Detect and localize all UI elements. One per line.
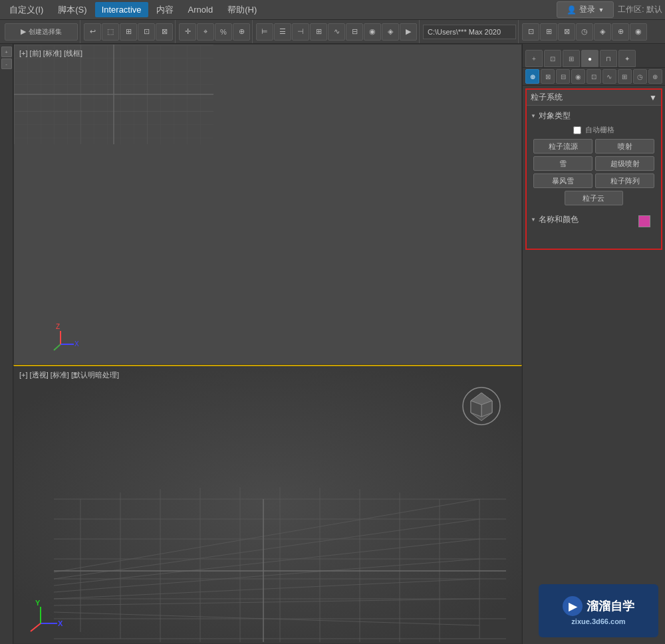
rp-icon-create[interactable]: ⊕ xyxy=(525,69,539,84)
btn-blizzard[interactable]: 暴风雪 xyxy=(533,173,593,188)
percent-icon: % xyxy=(220,28,227,36)
path-group: C:\Users\*** Max 2020 xyxy=(421,20,519,43)
main-area: + - [+] [前] [标准] [线框] xyxy=(0,44,665,644)
icon-5: ◈ xyxy=(600,27,605,36)
angle-snap[interactable]: ⌖ xyxy=(197,23,214,41)
rp-tab-shapes[interactable]: ⊓ xyxy=(600,50,617,67)
schematic-view[interactable]: ⊟ xyxy=(346,23,363,41)
percent-snap[interactable]: % xyxy=(215,23,232,41)
render-setup[interactable]: ◈ xyxy=(382,23,399,41)
schematic-icon: ⊟ xyxy=(352,27,358,36)
color-swatch[interactable] xyxy=(638,215,650,227)
transform-group: ↩ ⬚ ⊞ ⊡ ⊠ xyxy=(82,20,176,43)
viewport-area: [+] [前] [标准] [线框] xyxy=(13,44,522,644)
left-btn-1[interactable]: + xyxy=(1,47,12,57)
rp-tab-add[interactable]: + xyxy=(525,50,543,67)
spinner-snap[interactable]: ⊕ xyxy=(233,23,250,41)
select-group: ▶ 创建选择集 xyxy=(3,20,80,43)
bottom-viewport[interactable]: [+] [透视] [标准] [默认明暗处理] xyxy=(13,365,522,644)
tb-btn-4[interactable]: ◷ xyxy=(576,23,593,41)
axis-indicator: X Z xyxy=(51,321,84,354)
svg-line-52 xyxy=(31,623,41,631)
bottom-axis-indicator: X Y xyxy=(27,600,67,633)
svg-text:Z: Z xyxy=(56,323,60,330)
watermark-logo-row: ▶ 溜溜自学 xyxy=(563,596,634,616)
particle-dropdown-icon[interactable]: ▼ xyxy=(649,93,657,102)
menu-help[interactable]: 帮助(H) xyxy=(221,1,263,19)
tb-btn-3[interactable]: ⊠ xyxy=(558,23,575,41)
curve-editor[interactable]: ∿ xyxy=(328,23,345,41)
watermark: ▶ 溜溜自学 zixue.3d66.com xyxy=(539,584,658,637)
login-area: 👤 登录 工作区: 默认 xyxy=(557,1,662,18)
menu-script[interactable]: 脚本(S) xyxy=(51,1,93,19)
view-cube[interactable] xyxy=(462,386,501,426)
array-button[interactable]: ⊞ xyxy=(310,23,327,41)
rp-icon-extra2[interactable]: ◷ xyxy=(633,69,647,84)
scale-mode[interactable]: ⊠ xyxy=(156,23,173,41)
watermark-site-name: 溜溜自学 xyxy=(587,598,634,614)
auto-grid-checkbox[interactable] xyxy=(573,126,581,134)
mat-editor[interactable]: ◉ xyxy=(364,23,381,41)
rp-icon-extra1[interactable]: ⊞ xyxy=(618,69,632,84)
rp-icon-particles[interactable]: ◉ xyxy=(571,69,585,84)
layer-manager[interactable]: ☰ xyxy=(274,23,291,41)
btn-spray[interactable]: 喷射 xyxy=(595,139,654,154)
left-btn-2[interactable]: - xyxy=(1,58,12,69)
menu-content[interactable]: 内容 xyxy=(150,1,180,19)
btn-snow[interactable]: 雪 xyxy=(533,156,593,171)
edit-group: ⊨ ☰ ⊣ ⊞ ∿ ⊟ ◉ ◈ ▶ xyxy=(254,20,420,43)
rp-icon-extra3[interactable]: ⊕ xyxy=(648,69,662,84)
rp-icon-nurbs[interactable]: ∿ xyxy=(602,69,616,84)
menu-customize[interactable]: 自定义(I) xyxy=(3,1,50,19)
tb-btn-2[interactable]: ⊞ xyxy=(540,23,557,41)
quick-render[interactable]: ▶ xyxy=(400,23,417,41)
login-button[interactable]: 👤 登录 xyxy=(557,1,614,18)
rotate-mode[interactable]: ⊡ xyxy=(138,23,155,41)
watermark-logo-icon: ▶ xyxy=(563,596,583,616)
icon-7: ◉ xyxy=(635,27,642,36)
btn-particle-array[interactable]: 粒子阵列 xyxy=(595,173,654,188)
btn-particle-cloud[interactable]: 粒子云 xyxy=(565,191,622,205)
rp-icon-space[interactable]: ⊠ xyxy=(541,69,555,84)
icon-6: ⊕ xyxy=(618,27,624,36)
undo-button[interactable]: ↩ xyxy=(84,23,101,41)
btn-flow-source[interactable]: 粒子流源 xyxy=(533,139,593,154)
snap-group: ✛ ⌖ % ⊕ xyxy=(177,20,253,43)
right-panel-tabs: + ⊡ ⊞ ● ⊓ ✦ xyxy=(523,44,665,68)
object-type-title[interactable]: 对象类型 xyxy=(531,108,657,124)
icon-3: ⊠ xyxy=(564,27,570,36)
tb-btn-7[interactable]: ◉ xyxy=(630,23,647,41)
object-type-section: 对象类型 自动栅格 粒子流源 喷射 雪 超级喷射 暴风雪 xyxy=(527,106,661,209)
tb-btn-6[interactable]: ⊕ xyxy=(612,23,629,41)
left-strip: + - xyxy=(0,44,13,644)
rp-tab-hierarchy[interactable]: ⊡ xyxy=(544,50,561,67)
menu-interactive[interactable]: Interactive xyxy=(95,2,148,17)
btn-super-spray[interactable]: 超级喷射 xyxy=(595,156,654,171)
particle-btn-row-4: 粒子云 xyxy=(531,189,657,207)
particle-btn-row-2: 雪 超级喷射 xyxy=(531,155,657,172)
rp-tab-geometry[interactable]: ● xyxy=(581,50,598,67)
rp-tab-motion[interactable]: ⊞ xyxy=(563,50,580,67)
align-button[interactable]: ⊨ xyxy=(256,23,273,41)
tb-btn-5[interactable]: ◈ xyxy=(594,23,611,41)
select-mode[interactable]: ⬚ xyxy=(102,23,119,41)
render-icon: ◈ xyxy=(388,27,393,36)
create-selection-set[interactable]: ▶ 创建选择集 xyxy=(5,23,78,41)
rp-icon-patch[interactable]: ⊡ xyxy=(587,69,600,84)
particle-btn-row-1: 粒子流源 喷射 xyxy=(531,138,657,155)
tb-btn-1[interactable]: ⊡ xyxy=(522,23,539,41)
top-viewport[interactable]: [+] [前] [标准] [线框] xyxy=(13,44,522,365)
menu-arnold[interactable]: Arnold xyxy=(182,2,220,17)
rp-icon-compound[interactable]: ⊟ xyxy=(556,69,570,84)
angle-icon: ⌖ xyxy=(203,27,207,36)
toolbar: ▶ 创建选择集 ↩ ⬚ ⊞ ⊡ ⊠ ✛ ⌖ % ⊕ ⊨ ☰ ⊣ ⊞ ∿ ⊟ ◉ … xyxy=(0,20,665,44)
perspective-grid xyxy=(14,366,521,643)
rp-tab-lights[interactable]: ✦ xyxy=(618,50,636,67)
mirror-button[interactable]: ⊣ xyxy=(292,23,309,41)
curve-icon: ∿ xyxy=(334,27,340,36)
name-color-section: 名称和颜色 xyxy=(527,209,661,249)
snap-toggle[interactable]: ✛ xyxy=(179,23,196,41)
align-icon: ⊨ xyxy=(261,27,268,36)
move-mode[interactable]: ⊞ xyxy=(120,23,137,41)
scale-icon: ⊠ xyxy=(162,27,168,36)
